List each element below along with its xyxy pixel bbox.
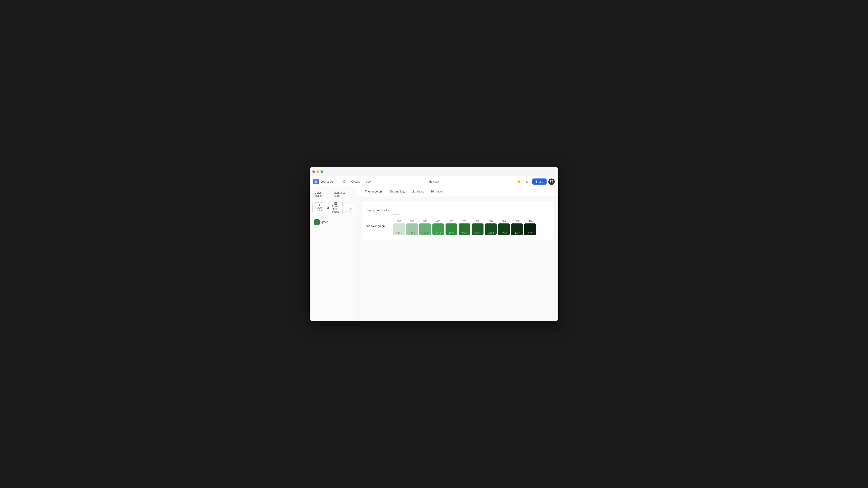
content-panel: Theme colors Chromaticity Lightness 3d m…	[357, 187, 558, 321]
maximize-button[interactable]	[320, 170, 323, 173]
swatch-step-600[interactable]: 6007.78:1	[459, 220, 470, 235]
swatch-step-900[interactable]: 90012.73:1	[498, 220, 510, 235]
app-name: Leonardo	[320, 180, 333, 183]
swatch-ratio-label: 16.77:1	[527, 232, 533, 234]
sidebar-tabs: Color scales Lightness stops	[310, 187, 357, 199]
traffic-lights	[312, 170, 323, 173]
swatch-step-1100[interactable]: 110016.77:1	[524, 220, 536, 235]
background-color-swatch[interactable]	[392, 205, 401, 215]
swatch-step-label: 800	[489, 220, 493, 223]
topnav: Leonardo 🏠 Create Use fds-color	[310, 176, 558, 187]
tab-theme-colors[interactable]: Theme colors	[362, 187, 386, 196]
tab-color-scales[interactable]: Color scales	[312, 190, 331, 199]
tab-chromaticity[interactable]: Chromaticity	[386, 187, 408, 196]
swatch-step-label: 1100	[528, 220, 532, 223]
main-content: Color scales Lightness stops + + Add col…	[310, 187, 558, 321]
swatch-step-400[interactable]: 4004.11:1	[432, 220, 444, 235]
swatch-step-300[interactable]: 3002.41:1	[419, 220, 431, 235]
edit-color-button[interactable]: ✏	[343, 220, 347, 224]
swatch-step-700[interactable]: 7009.07:1	[472, 220, 484, 235]
swatch-box[interactable]: 5.77:1	[445, 223, 457, 235]
share-button[interactable]: Share	[532, 178, 547, 185]
swatch-step-label: 600	[463, 220, 467, 223]
sidebar: Color scales Lightness stops + + Add col…	[310, 187, 357, 321]
swatch-box[interactable]: 2.41:1	[419, 223, 431, 235]
content-body: Background color fds-color-green 1001.43…	[357, 196, 558, 321]
github-icon	[550, 180, 553, 184]
swatch-ratio-label: 12.73:1	[500, 232, 507, 234]
tab-lightness-stops[interactable]: Lightness stops	[331, 190, 354, 199]
swatch-step-100[interactable]: 1001.43:1	[393, 220, 405, 235]
tab-lightness[interactable]: Lightness	[408, 187, 428, 196]
home-icon: 🏠	[342, 180, 346, 183]
swatch-step-label: 1000	[515, 220, 520, 223]
nav-divider	[337, 180, 337, 184]
app-window: Leonardo 🏠 Create Use fds-color	[310, 167, 558, 321]
swatch-ratio-label: 14.42:1	[514, 232, 520, 234]
titlebar	[310, 167, 558, 176]
plus-icon: +	[314, 206, 315, 209]
settings-button[interactable]: ⚙	[524, 178, 530, 185]
swatch-step-label: 300	[423, 220, 427, 223]
swatch-step-800[interactable]: 80010.55:1	[485, 220, 497, 235]
scale-row: fds-color-green 1001.43:12001.75:13002.4…	[366, 220, 549, 235]
bell-icon: 🔔	[517, 180, 521, 184]
image-icon: 🖼	[327, 206, 329, 209]
scale-swatches: 1001.43:12001.75:13002.41:14004.11:15005…	[393, 220, 536, 235]
swatch-box[interactable]: 16.77:1	[524, 223, 536, 235]
svg-point-1	[315, 181, 316, 182]
swatch-ratio-label: 5.77:1	[448, 232, 454, 234]
scale-name-label: fds-color-green	[366, 220, 391, 228]
sort-button[interactable]: ↕ ↕ Sort	[344, 204, 354, 212]
swatch-box[interactable]: 9.07:1	[472, 223, 484, 235]
sort-icon: ↕	[345, 206, 347, 209]
swatch-step-label: 700	[476, 220, 480, 223]
tab-3d-model[interactable]: 3d model	[428, 187, 446, 196]
create-label: Create	[351, 180, 360, 183]
swatch-box[interactable]: 1.75:1	[406, 223, 418, 235]
swatch-box[interactable]: 4.11:1	[432, 223, 444, 235]
sliders-icon: ⚙	[526, 180, 529, 184]
background-color-row: Background color	[366, 205, 549, 215]
sidebar-actions: + + Add color 🖼 🖼 Extract from image ↕ ↕…	[310, 199, 357, 216]
content-tabs: Theme colors Chromaticity Lightness 3d m…	[357, 187, 558, 196]
swatch-ratio-label: 1.75:1	[409, 232, 415, 234]
delete-color-button[interactable]: 🗑	[348, 220, 352, 224]
color-name-label: green	[321, 221, 341, 224]
swatch-ratio-label: 4.11:1	[435, 232, 441, 234]
add-color-button[interactable]: + + Add color	[312, 202, 324, 213]
extract-from-image-button[interactable]: 🖼 🖼 Extract from image	[325, 201, 343, 214]
swatch-box[interactable]: 10.55:1	[485, 223, 497, 235]
swatch-box[interactable]: 14.42:1	[511, 223, 523, 235]
swatch-ratio-label: 2.41:1	[422, 232, 428, 234]
minimize-button[interactable]	[316, 170, 319, 173]
swatch-ratio-label: 9.07:1	[475, 232, 480, 234]
nav-create-button[interactable]: Create	[349, 179, 362, 184]
swatch-box[interactable]: 12.73:1	[498, 223, 510, 235]
swatch-step-label: 200	[410, 220, 414, 223]
swatch-box[interactable]: 1.43:1	[393, 223, 405, 235]
list-item[interactable]: green ✏ 🗑	[312, 218, 354, 226]
app-body: Leonardo 🏠 Create Use fds-color	[310, 176, 558, 321]
color-swatch	[314, 219, 320, 225]
nav-use-button[interactable]: Use	[364, 179, 373, 184]
swatch-step-1000[interactable]: 100014.42:1	[511, 220, 523, 235]
background-color-label: Background color	[366, 208, 389, 212]
github-button[interactable]	[548, 178, 555, 185]
page-title: fds-color	[428, 180, 440, 183]
app-logo	[313, 179, 319, 184]
swatch-step-500[interactable]: 5005.77:1	[445, 220, 457, 235]
swatch-ratio-label: 1.43:1	[396, 232, 402, 234]
topnav-left: Leonardo 🏠 Create Use	[313, 179, 394, 184]
topnav-right: 🔔 ⚙ Share	[474, 178, 555, 185]
close-button[interactable]	[312, 170, 315, 173]
nav-home-button[interactable]: 🏠	[340, 179, 348, 184]
swatch-box[interactable]: 7.78:1	[459, 223, 470, 235]
swatch-ratio-label: 7.78:1	[462, 232, 467, 234]
share-label: Share	[535, 180, 544, 183]
desktop: Leonardo 🏠 Create Use fds-color	[289, 151, 579, 337]
notifications-button[interactable]: 🔔	[515, 178, 522, 185]
swatch-step-200[interactable]: 2001.75:1	[406, 220, 418, 235]
swatch-ratio-label: 10.55:1	[487, 232, 494, 234]
swatch-step-label: 400	[436, 220, 440, 223]
